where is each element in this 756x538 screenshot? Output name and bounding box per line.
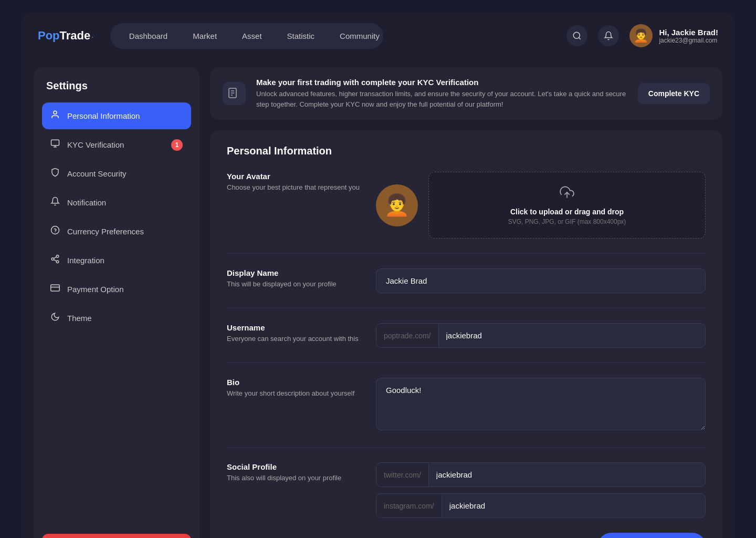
sidebar: Settings Personal Information KYC Verifi… (34, 67, 200, 538)
nav-statistic[interactable]: Statistic (277, 27, 326, 45)
logo-pop: Pop (38, 29, 60, 42)
main-content: Settings Personal Information KYC Verifi… (21, 59, 735, 538)
avatar-preview: 🧑‍🦱 (376, 184, 418, 226)
sidebar-item-account-security[interactable]: Account Security (42, 160, 191, 187)
bio-input-col: Goodluck! (376, 378, 706, 432)
svg-rect-13 (51, 285, 60, 291)
sidebar-label-payment: Payment Option (67, 285, 124, 294)
navbar: PopTrade · Dashboard Market Asset Statis… (21, 13, 735, 59)
sidebar-label-integration: Integration (67, 256, 104, 265)
username-label-col: Username Everyone can search your accoun… (227, 323, 363, 344)
svg-line-12 (54, 257, 56, 258)
username-input-col: poptrade.com/ (376, 323, 706, 348)
instagram-input-wrap: instagram.com/ (376, 493, 706, 518)
kyc-banner-text: Make your first trading with complete yo… (256, 78, 627, 109)
person-icon (50, 110, 60, 122)
nav-asset[interactable]: Asset (232, 27, 272, 45)
upload-icon (442, 185, 692, 203)
svg-point-2 (54, 111, 57, 114)
display-name-label-col: Display Name This will be displayed on y… (227, 268, 363, 289)
instagram-input[interactable] (442, 494, 705, 518)
sidebar-label-theme: Theme (67, 314, 92, 323)
nav-right: 🧑‍🦱 Hi, Jackie Brad! jackie23@gmail.com (566, 24, 718, 47)
nav-community[interactable]: Community (329, 27, 390, 45)
user-avatar-nav: 🧑‍🦱 (629, 24, 653, 47)
social-input-col: twitter.com/ instagram.com/ (376, 462, 706, 518)
svg-point-9 (51, 258, 54, 261)
divider-2 (227, 308, 706, 308)
username-input[interactable] (439, 324, 706, 347)
display-name-row: Display Name This will be displayed on y… (227, 268, 706, 293)
integration-icon (50, 254, 60, 266)
sidebar-item-theme[interactable]: Theme (42, 305, 191, 332)
avatar-desc: Choose your best picture that represent … (227, 183, 363, 192)
save-changes-button[interactable]: Save Changes (598, 533, 706, 538)
upload-click-text: Click to upload (510, 208, 563, 216)
divider-4 (227, 447, 706, 448)
sidebar-label-personal-information: Personal Information (67, 111, 140, 120)
bio-input[interactable]: Goodluck! (376, 378, 706, 430)
nav-links: Dashboard Market Asset Statistic Communi… (110, 23, 383, 49)
twitter-prefix: twitter.com/ (376, 463, 429, 487)
logo-dot: · (90, 35, 93, 40)
bio-label-col: Bio Write your short description about y… (227, 378, 363, 398)
avatar-input-col: 🧑‍🦱 Click to upload or drag and drop SVG… (376, 172, 706, 239)
sidebar-title: Settings (42, 80, 191, 92)
kyc-banner: Make your first trading with complete yo… (210, 67, 722, 120)
display-name-desc: This will be displayed on your profile (227, 280, 363, 289)
sidebar-item-notification[interactable]: Notification (42, 189, 191, 216)
complete-kyc-button[interactable]: Complete KYC (638, 83, 710, 104)
upload-zone-text: Click to upload or drag and drop (442, 208, 692, 216)
twitter-input[interactable] (429, 463, 705, 487)
kyc-icon (50, 139, 60, 151)
shield-icon (50, 168, 60, 180)
content-area: Make your first trading with complete yo… (210, 67, 722, 538)
bio-desc: Write your short description about yours… (227, 389, 363, 398)
logo: PopTrade · (38, 29, 93, 43)
username-row: Username Everyone can search your accoun… (227, 323, 706, 348)
upload-zone-hint: SVG, PNG, JPG, or GIF (max 800x400px) (442, 218, 692, 225)
personal-info-title: Personal Information (227, 145, 706, 157)
sidebar-label-account-security: Account Security (67, 169, 127, 178)
user-email: jackie23@gmail.com (659, 37, 718, 44)
social-label-col: Social Profile This also will displayed … (227, 462, 363, 483)
social-profile-row: Social Profile This also will displayed … (227, 462, 706, 518)
divider-1 (227, 253, 706, 254)
user-greeting: Hi, Jackie Brad! (659, 28, 718, 37)
sidebar-item-integration[interactable]: Integration (42, 247, 191, 274)
save-row: Save Changes (227, 533, 706, 538)
username-prefix: poptrade.com/ (376, 324, 439, 347)
social-label: Social Profile (227, 462, 363, 471)
nav-market[interactable]: Market (182, 27, 227, 45)
app-wrapper: PopTrade · Dashboard Market Asset Statis… (21, 13, 735, 538)
notifications-button[interactable] (598, 25, 619, 46)
twitter-input-wrap: twitter.com/ (376, 462, 706, 487)
bio-label: Bio (227, 378, 363, 387)
bio-row: Bio Write your short description about y… (227, 378, 706, 432)
sidebar-item-payment-option[interactable]: Payment Option (42, 276, 191, 303)
svg-point-10 (56, 261, 59, 263)
moon-icon (50, 312, 60, 324)
personal-info-card: Personal Information Your Avatar Choose … (210, 130, 722, 538)
svg-line-1 (579, 37, 581, 39)
svg-line-11 (54, 260, 56, 261)
sidebar-item-personal-information[interactable]: Personal Information (42, 102, 191, 129)
logout-button[interactable]: Logout (42, 534, 191, 538)
svg-point-8 (56, 255, 59, 258)
instagram-prefix: instagram.com/ (376, 494, 442, 518)
username-label: Username (227, 323, 363, 332)
username-input-wrap: poptrade.com/ (376, 323, 706, 348)
sidebar-item-kyc-verification[interactable]: KYC Verification 1 (42, 131, 191, 158)
search-button[interactable] (566, 25, 587, 46)
sidebar-item-currency-preferences[interactable]: Currency Preferences (42, 218, 191, 245)
kyc-banner-desc: Unlock advanced features, higher transac… (256, 89, 627, 109)
payment-icon (50, 283, 60, 295)
svg-point-0 (574, 32, 580, 38)
display-name-input[interactable] (376, 268, 706, 293)
upload-zone[interactable]: Click to upload or drag and drop SVG, PN… (428, 172, 706, 239)
avatar-row: Your Avatar Choose your best picture tha… (227, 172, 706, 239)
sidebar-label-kyc: KYC Verification (67, 140, 124, 149)
nav-dashboard[interactable]: Dashboard (119, 27, 178, 45)
user-menu[interactable]: 🧑‍🦱 Hi, Jackie Brad! jackie23@gmail.com (629, 24, 718, 47)
user-text: Hi, Jackie Brad! jackie23@gmail.com (659, 28, 718, 44)
